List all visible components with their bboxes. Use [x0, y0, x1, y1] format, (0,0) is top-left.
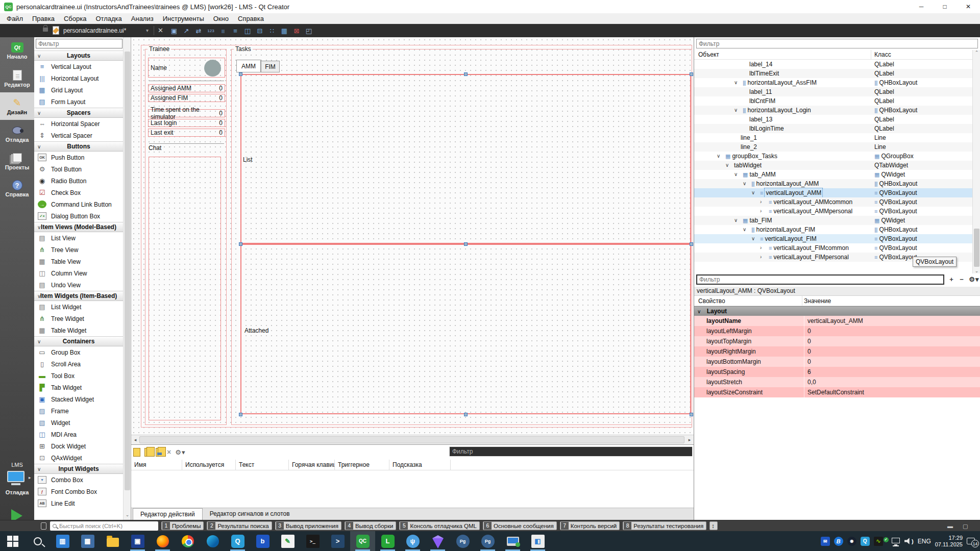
object-tree-row[interactable]: ∨|||horizontalLayout_FIM|||QHBoxLayout [694, 225, 972, 234]
widget-category-item-widgets-item-based-[interactable]: ∨Item Widgets (Item-Based) [34, 291, 123, 301]
selection-handle[interactable] [690, 242, 693, 246]
object-tree-row[interactable]: lblLoginTimeQLabel [694, 124, 972, 133]
scrollbar-thumb[interactable] [125, 52, 130, 490]
kit-selector-icon[interactable] [7, 471, 24, 482]
mail-app-icon[interactable]: b [250, 531, 275, 551]
layout-vertical-splitter-icon[interactable]: ⊟ [255, 26, 264, 35]
selection-handle[interactable] [464, 413, 468, 416]
widget-category-item-views-model-based-[interactable]: ∨Item Views (Model-Based) [34, 222, 123, 232]
property-row[interactable]: layoutLeftMargin0 [694, 326, 980, 336]
object-tree-row[interactable]: lblCntFIMQLabel [694, 96, 972, 106]
property-value[interactable]: verticalLayout_AMM [804, 316, 977, 326]
trainee-field-row[interactable]: Assigned AMM0 [148, 84, 225, 92]
widget-item-tool-box[interactable]: ▬Tool Box [34, 370, 123, 382]
widget-item-form-layout[interactable]: ▤Form Layout [34, 96, 123, 108]
mode-Начало[interactable]: QtНачало [0, 37, 34, 65]
property-value[interactable]: 0 [804, 357, 977, 367]
output-pane-expand-icon[interactable]: ▢ [963, 523, 968, 530]
output-pane-button-3[interactable]: 3Вывод приложения [275, 521, 341, 530]
scroll-up-icon[interactable]: ⌃ [973, 50, 980, 55]
scroll-right-icon[interactable]: ▸ [685, 435, 694, 444]
trainee-field-row[interactable]: Last exit0 [148, 129, 225, 137]
selection-handle[interactable] [239, 72, 242, 76]
object-tree-row[interactable]: label_11QLabel [694, 87, 972, 96]
property-value[interactable]: SetDefaultConstraint [804, 387, 977, 397]
property-row[interactable]: layoutStretch0,0 [694, 377, 980, 387]
pane-updown-button[interactable]: ↕ [709, 521, 718, 530]
action-column-header[interactable]: Имя [131, 460, 182, 470]
postgres2-icon[interactable]: Pg [475, 531, 500, 551]
widget-item-tree-widget[interactable]: ⋔Tree Widget [34, 313, 123, 324]
bluetooth-icon[interactable]: B [834, 537, 843, 546]
powershell-icon[interactable]: > [325, 531, 350, 551]
trainee-field-row[interactable]: Time spent on the simulator0 [148, 109, 225, 117]
layout-horizontal-splitter-icon[interactable]: ◫ [243, 26, 252, 35]
object-tree-row[interactable]: ∨|||horizontalLayout_Login|||QHBoxLayout [694, 106, 972, 115]
widget-item-frame[interactable]: ▨Frame [34, 405, 123, 417]
tab-action-editor[interactable]: Редактор действий [133, 508, 203, 520]
backup-app-icon[interactable]: ▣ [125, 531, 150, 551]
object-tree-row[interactable]: ∨|||horizontalLayout_AMM|||QHBoxLayout [694, 179, 972, 188]
edge-icon[interactable] [200, 531, 225, 551]
amm-list-layout-box[interactable] [240, 74, 691, 244]
close-document-icon[interactable]: ✕ [158, 27, 163, 34]
object-tree-row[interactable]: ›≡verticalLayout_AMMpersonal≡QVBoxLayout [694, 207, 972, 216]
property-column-header[interactable]: Свойство [698, 297, 725, 305]
output-pane-button-8[interactable]: 8Результаты тестирования [623, 521, 706, 530]
object-tree-row[interactable]: ›≡verticalLayout_AMMcommon≡QVBoxLayout [694, 197, 972, 207]
canvas-horizontal-scrollbar[interactable]: ◂ ▸ [131, 435, 694, 444]
mode-Редактор[interactable]: ———Редактор [0, 65, 34, 92]
widget-item-grid-layout[interactable]: ▦Grid Layout [34, 84, 123, 96]
object-tree-scrollbar[interactable]: ⌃ ⌄ [972, 50, 980, 273]
object-tree-row[interactable]: ∨|||horizontalLayout_AssFIM|||QHBoxLayou… [694, 78, 972, 87]
network-icon[interactable] [891, 537, 900, 546]
chevron-right-icon[interactable]: › [760, 207, 767, 216]
object-tree-row[interactable]: lblTimeExitQLabel [694, 69, 972, 78]
widget-item-undo-view[interactable]: ▤Undo View [34, 279, 123, 291]
trainee-field-row[interactable]: Assigned FIM0 [148, 94, 225, 102]
qt-creator-icon[interactable]: QC [350, 531, 375, 551]
mode-Проекты[interactable]: Проекты [0, 147, 34, 175]
widget-item-widget[interactable]: ▧Widget [34, 417, 123, 429]
tasks-group-box[interactable]: Tasks AMM FIM List Attached [231, 49, 692, 425]
widget-item-tool-button[interactable]: ⚙Tool Button [34, 163, 123, 175]
chevron-down-icon[interactable]: ∨ [717, 152, 723, 161]
output-pane-button-6[interactable]: 6Основные сообщения [483, 521, 557, 530]
action-column-header[interactable]: Горячая клавиш [289, 460, 335, 470]
selection-handle[interactable] [690, 72, 693, 76]
add-dynamic-property-button[interactable]: + [947, 275, 956, 284]
object-tree-row[interactable]: ∨▦tab_AMM▦QWidget [694, 170, 972, 179]
layout-section-header[interactable]: ∨ Layout [694, 306, 980, 316]
object-tree-row[interactable]: ∨tabWidgetQTabWidget [694, 161, 972, 170]
document-dropdown-icon[interactable]: ▾ [146, 28, 149, 33]
action-column-header[interactable]: Подсказка [389, 460, 451, 470]
chevron-down-icon[interactable]: ∨ [751, 234, 758, 243]
kit-expand-icon[interactable]: ▸ [29, 475, 31, 480]
lms-app-icon[interactable]: L [375, 531, 400, 551]
widget-item-column-view[interactable]: ◫Column View [34, 267, 123, 279]
object-tree-row[interactable]: label_13QLabel [694, 115, 972, 124]
widget-item-stacked-widget[interactable]: ▣Stacked Widget [34, 393, 123, 405]
edit-signals-slots-icon[interactable]: ↗ [182, 26, 191, 35]
property-value[interactable]: 0 [804, 346, 977, 357]
property-value[interactable]: 0 [804, 326, 977, 336]
break-layout-icon[interactable]: ⊠ [292, 26, 301, 35]
scrollbar-thumb[interactable] [139, 436, 684, 443]
widget-item-table-view[interactable]: ▦Table View [34, 256, 123, 267]
firefox-icon[interactable] [150, 531, 175, 551]
property-value[interactable]: 0,0 [804, 377, 977, 387]
widget-item-dialog-button-box[interactable]: ✓×Dialog Button Box [34, 210, 123, 222]
copy-action-icon[interactable] [144, 448, 152, 457]
object-tree-row[interactable]: ∨▦tab_FIM▦QWidget [694, 216, 972, 225]
output-pane-button-1[interactable]: 1Проблемы [161, 521, 204, 530]
notes-app-icon[interactable]: ✎ [275, 531, 300, 551]
property-row[interactable]: layoutNameverticalLayout_AMM [694, 316, 980, 326]
chevron-down-icon[interactable]: ∨ [734, 216, 741, 225]
widget-category-containers[interactable]: ∨Containers [34, 336, 123, 346]
layout-form-icon[interactable]: ∷ [267, 26, 277, 35]
scroll-down-icon[interactable]: ⌄ [124, 511, 131, 519]
maximize-button[interactable]: □ [933, 0, 957, 13]
nvidia-icon[interactable]: ∿ [874, 537, 883, 546]
widget-item-group-box[interactable]: ▭Group Box [34, 346, 123, 358]
widget-item-check-box[interactable]: ☑Check Box [34, 187, 123, 198]
